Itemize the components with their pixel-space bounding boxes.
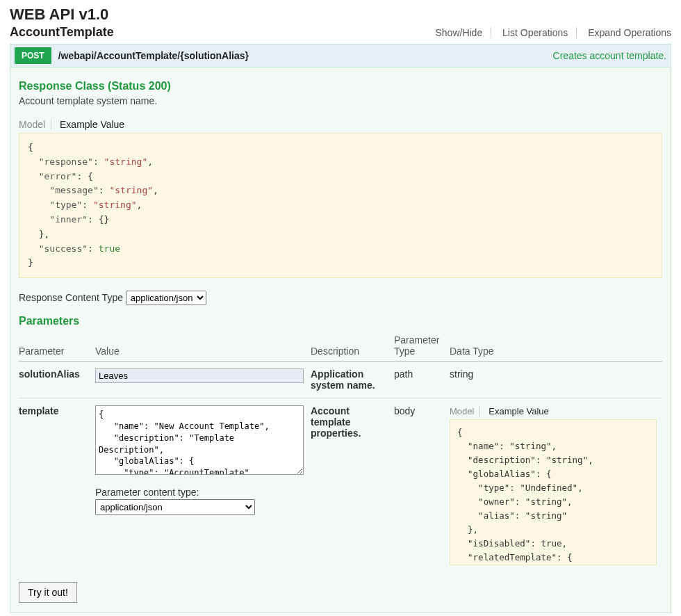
param-content-type-label: Parameter content type: bbox=[95, 487, 305, 498]
param-type: body bbox=[394, 398, 450, 573]
parameters-table: Parameter Value Description Parameter Ty… bbox=[19, 330, 662, 572]
datatype-tabs: Model Example Value bbox=[450, 405, 657, 416]
json-key: "type" bbox=[49, 200, 82, 210]
info-bar: AccountTemplate Show/Hide List Operation… bbox=[10, 25, 671, 40]
try-it-button[interactable]: Try it out! bbox=[19, 582, 77, 603]
template-body-input[interactable] bbox=[95, 405, 304, 475]
param-description: Application system name. bbox=[311, 362, 394, 398]
json-key: "relatedTemplate" bbox=[468, 552, 557, 562]
operation-header[interactable]: POST /webapi/AccountTemplate/{solutionAl… bbox=[10, 44, 671, 67]
json-val: "string" bbox=[525, 496, 567, 507]
json-val: true bbox=[99, 243, 120, 254]
json-key: "globalAlias" bbox=[468, 469, 536, 479]
response-example-code: { "response": "string", "error": { "mess… bbox=[19, 133, 662, 278]
json-val: "string" bbox=[546, 455, 588, 465]
response-content-type-select[interactable]: application/json bbox=[126, 291, 206, 305]
datatype-example-code[interactable]: { "name": "string", "description": "stri… bbox=[450, 419, 657, 565]
json-key: "inner" bbox=[49, 214, 88, 225]
param-name: template bbox=[19, 398, 95, 573]
json-key: "owner" bbox=[478, 496, 515, 507]
operation-body: Response Class (Status 200) Account temp… bbox=[10, 67, 671, 613]
operation-summary: Creates account template. bbox=[553, 50, 666, 61]
json-val: true bbox=[541, 538, 561, 549]
table-row: template Parameter content type: applica… bbox=[19, 398, 662, 573]
param-description: Account template properties. bbox=[311, 398, 394, 573]
json-key: "name" bbox=[468, 441, 499, 451]
response-class-heading: Response Class (Status 200) bbox=[19, 80, 662, 92]
table-row: solutionAlias Application system name. p… bbox=[19, 362, 662, 398]
response-tabs: Model Example Value bbox=[19, 119, 662, 130]
json-key: "message" bbox=[49, 185, 98, 195]
json-val: "string" bbox=[93, 200, 137, 210]
actions: Show/Hide List Operations Expand Operati… bbox=[427, 27, 671, 38]
method-badge: POST bbox=[15, 47, 51, 64]
show-hide-link[interactable]: Show/Hide bbox=[427, 27, 491, 38]
tab-example-value[interactable]: Example Value bbox=[489, 406, 554, 416]
param-data-type: string bbox=[450, 362, 662, 398]
json-key: "isDisabled" bbox=[468, 538, 530, 549]
json-key: "type" bbox=[478, 483, 509, 493]
parameters-heading: Parameters bbox=[19, 315, 662, 327]
response-content-type-label: Response Content Type bbox=[19, 292, 123, 303]
json-val: "string" bbox=[104, 156, 148, 167]
json-val: "Undefined" bbox=[520, 483, 577, 493]
response-description: Account template system name. bbox=[19, 95, 662, 106]
param-data-type-cell: Model Example Value { "name": "string", … bbox=[450, 398, 662, 573]
json-key: "error" bbox=[39, 171, 77, 181]
tab-example-value[interactable]: Example Value bbox=[60, 119, 130, 130]
solution-alias-input[interactable] bbox=[95, 368, 304, 383]
json-val: "string" bbox=[509, 441, 551, 451]
col-param-type: Parameter Type bbox=[394, 330, 450, 362]
tab-model[interactable]: Model bbox=[19, 119, 51, 130]
json-key: "description" bbox=[468, 455, 536, 465]
expand-operations-link[interactable]: Expand Operations bbox=[580, 27, 671, 38]
json-key: "response" bbox=[39, 156, 93, 167]
section-title: AccountTemplate bbox=[10, 25, 114, 40]
page-title: WEB API v1.0 bbox=[10, 6, 671, 24]
json-key: "success" bbox=[39, 243, 88, 254]
json-val: "string" bbox=[109, 185, 153, 195]
col-value: Value bbox=[95, 330, 311, 362]
operation-path: /webapi/AccountTemplate/{solutionAlias} bbox=[58, 50, 553, 61]
param-content-type-select[interactable]: application/json bbox=[95, 499, 255, 515]
col-description: Description bbox=[311, 330, 394, 362]
json-key: "alias" bbox=[478, 510, 515, 521]
json-val: "string" bbox=[525, 510, 567, 521]
param-type: path bbox=[394, 362, 450, 398]
param-name: solutionAlias bbox=[19, 362, 95, 398]
tab-model[interactable]: Model bbox=[450, 406, 480, 416]
col-parameter: Parameter bbox=[19, 330, 95, 362]
response-content-type-row: Response Content Type application/json bbox=[19, 291, 662, 305]
col-data-type: Data Type bbox=[450, 330, 662, 362]
list-operations-link[interactable]: List Operations bbox=[494, 27, 577, 38]
